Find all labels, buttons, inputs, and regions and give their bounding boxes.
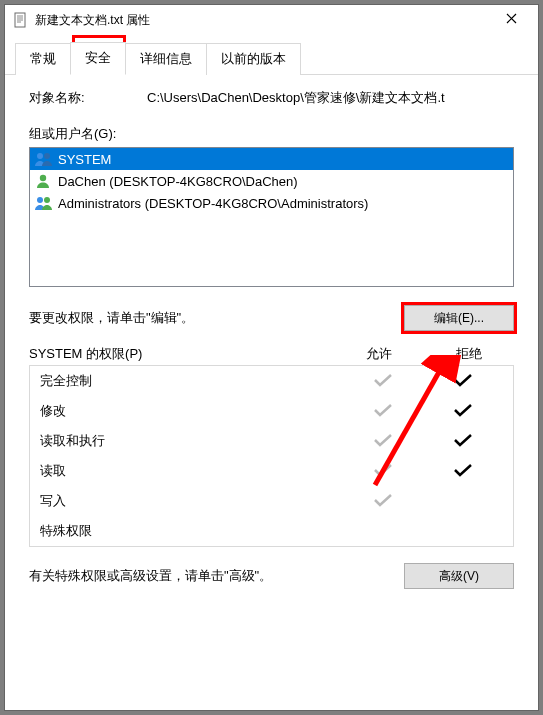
file-icon <box>13 12 29 28</box>
svg-point-3 <box>40 175 46 181</box>
tab-details[interactable]: 详细信息 <box>125 43 207 75</box>
perm-name: 完全控制 <box>40 372 343 390</box>
advanced-button[interactable]: 高级(V) <box>404 563 514 589</box>
advanced-row: 有关特殊权限或高级设置，请单击"高级"。 高级(V) <box>29 563 514 589</box>
groups-label: 组或用户名(G): <box>29 125 514 143</box>
table-row: 读取 <box>30 456 513 486</box>
perm-deny <box>423 463 503 480</box>
advanced-hint: 有关特殊权限或高级设置，请单击"高级"。 <box>29 567 404 585</box>
list-item[interactable]: SYSTEM <box>30 148 513 170</box>
object-row: 对象名称: C:\Users\DaChen\Desktop\管家速修\新建文本文… <box>29 89 514 107</box>
svg-point-4 <box>37 197 43 203</box>
object-value: C:\Users\DaChen\Desktop\管家速修\新建文本文档.t <box>147 89 514 107</box>
perm-allow <box>343 433 423 450</box>
list-item-label: SYSTEM <box>58 152 111 167</box>
object-label: 对象名称: <box>29 89 147 107</box>
edit-hint: 要更改权限，请单击"编辑"。 <box>29 309 404 327</box>
tab-previous[interactable]: 以前的版本 <box>206 43 301 75</box>
table-row: 完全控制 <box>30 366 513 396</box>
list-item-label: DaChen (DESKTOP-4KG8CRO\DaChen) <box>58 174 298 189</box>
perm-header-deny: 拒绝 <box>424 345 514 363</box>
perm-allow <box>343 493 423 510</box>
user-icon <box>34 173 54 189</box>
perm-name: 修改 <box>40 402 343 420</box>
table-row: 修改 <box>30 396 513 426</box>
groups-listbox[interactable]: SYSTEM DaChen (DESKTOP-4KG8CRO\DaChen) A… <box>29 147 514 287</box>
table-row: 读取和执行 <box>30 426 513 456</box>
tab-content: 对象名称: C:\Users\DaChen\Desktop\管家速修\新建文本文… <box>5 75 538 599</box>
edit-button[interactable]: 编辑(E)... <box>404 305 514 331</box>
perm-header-name: SYSTEM 的权限(P) <box>29 345 334 363</box>
titlebar: 新建文本文档.txt 属性 <box>5 5 538 35</box>
svg-point-2 <box>44 153 50 159</box>
group-icon <box>34 151 54 167</box>
table-row: 特殊权限 <box>30 516 513 546</box>
list-item[interactable]: Administrators (DESKTOP-4KG8CRO\Administ… <box>30 192 513 214</box>
list-item-label: Administrators (DESKTOP-4KG8CRO\Administ… <box>58 196 368 211</box>
edit-row: 要更改权限，请单击"编辑"。 编辑(E)... <box>29 305 514 331</box>
table-row: 写入 <box>30 486 513 516</box>
perm-name: 特殊权限 <box>40 522 343 540</box>
perm-name: 读取和执行 <box>40 432 343 450</box>
list-item[interactable]: DaChen (DESKTOP-4KG8CRO\DaChen) <box>30 170 513 192</box>
perm-name: 读取 <box>40 462 343 480</box>
perm-allow <box>343 403 423 420</box>
perm-allow <box>343 373 423 390</box>
properties-dialog: 新建文本文档.txt 属性 常规 安全 详细信息 以前的版本 对象名称: C:\… <box>4 4 539 711</box>
perm-deny <box>423 433 503 450</box>
svg-point-1 <box>37 153 43 159</box>
tab-bar: 常规 安全 详细信息 以前的版本 <box>5 41 538 75</box>
perm-header-allow: 允许 <box>334 345 424 363</box>
perm-name: 写入 <box>40 492 343 510</box>
perm-header: SYSTEM 的权限(P) 允许 拒绝 <box>29 345 514 363</box>
perm-allow <box>343 463 423 480</box>
perm-deny <box>423 403 503 420</box>
tab-general[interactable]: 常规 <box>15 43 71 75</box>
tab-security[interactable]: 安全 <box>70 42 126 75</box>
group-icon <box>34 195 54 211</box>
svg-point-5 <box>44 197 50 203</box>
window-title: 新建文本文档.txt 属性 <box>35 12 488 29</box>
permissions-list: 完全控制 修改 读取和执行 读取 写入 <box>29 365 514 547</box>
close-button[interactable] <box>488 6 534 34</box>
perm-deny <box>423 373 503 390</box>
